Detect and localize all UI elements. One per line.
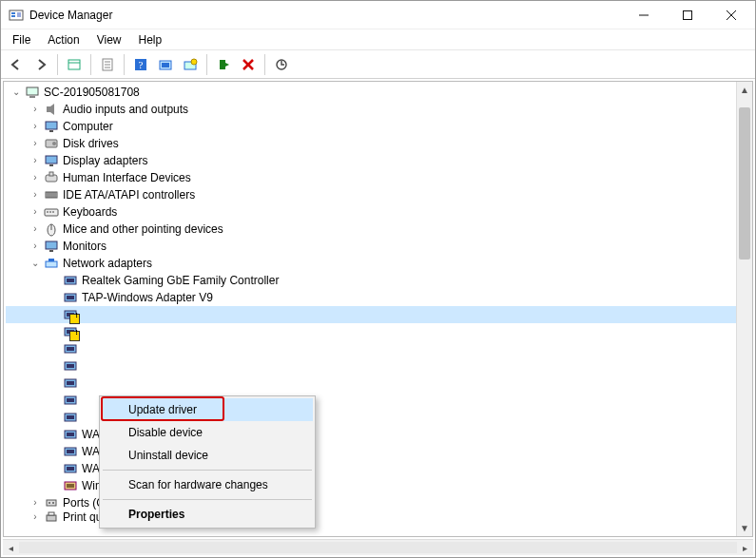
menu-view[interactable]: View [89,31,129,48]
svg-rect-49 [46,261,57,267]
nic-icon [63,410,78,425]
expand-icon[interactable]: › [29,188,42,202]
tree-device[interactable] [6,340,736,357]
expand-icon[interactable]: › [29,496,42,510]
expand-icon[interactable]: › [29,222,42,236]
scroll-thumb[interactable] [739,107,750,260]
svg-rect-50 [48,259,54,261]
context-menu-item[interactable]: Scan for hardware changes [102,473,313,496]
expand-icon[interactable]: › [29,205,42,219]
tree-device[interactable] [6,375,736,392]
svg-rect-54 [67,296,74,299]
toolbar-separator [124,54,125,75]
context-menu-item[interactable]: Update driver [102,398,313,421]
tree-category-display[interactable]: ›Display adapters [6,152,736,169]
tree-root[interactable]: ⌄SC-201905081708 [6,84,736,101]
tree-category-computer[interactable]: ›Computer [6,118,736,135]
nic-icon [63,307,78,322]
nic-icon [63,324,78,339]
nic-icon [63,358,78,374]
collapse-icon[interactable]: ⌄ [29,257,42,270]
tree-device[interactable] [6,357,736,375]
pc-icon [25,85,40,100]
tree-category-disk[interactable]: ›Disk drives [6,135,736,152]
menu-help[interactable]: Help [131,31,170,48]
scroll-track[interactable] [737,98,752,520]
toolbar-separator [206,54,207,75]
tree-row-label: Display adapters [63,152,147,169]
expand-icon[interactable]: › [29,120,42,133]
tree-row-label: Computer [63,118,113,135]
monitor-icon [44,153,59,168]
svg-rect-27 [46,122,57,129]
scroll-left-button[interactable]: ◂ [3,540,19,556]
tree-category-ide[interactable]: ›IDE ATA/ATAPI controllers [6,186,736,203]
context-menu-item[interactable]: Uninstall device [102,444,313,467]
scroll-thumb[interactable] [19,542,737,553]
scroll-right-button[interactable]: ▸ [737,540,753,556]
horizontal-scrollbar[interactable]: ◂ ▸ [3,539,753,555]
svg-rect-64 [67,381,74,385]
tree-device[interactable]: TAP-Windows Adapter V9 [6,289,736,306]
toolbar-scan-button[interactable] [179,53,202,76]
context-menu-item[interactable]: Properties [102,503,313,526]
tree-device[interactable]: Realtek Gaming GbE Family Controller [6,272,736,289]
svg-point-79 [52,502,54,504]
toolbar-forward-button[interactable] [29,53,52,76]
scroll-down-button[interactable]: ▼ [737,520,753,536]
tree-row-label: Monitors [63,238,107,255]
nic-icon [63,341,78,356]
monitor-icon [44,239,59,254]
tree-row-label: Network adapters [63,255,152,272]
menu-action[interactable]: Action [40,31,87,48]
expand-icon[interactable]: › [29,511,42,523]
svg-point-78 [48,502,50,504]
tree-device[interactable] [6,323,736,340]
toolbar-show-hidden-button[interactable] [63,53,86,76]
expand-icon[interactable]: › [29,137,42,150]
svg-rect-43 [49,211,51,213]
collapse-icon[interactable]: ⌄ [10,86,23,99]
svg-rect-5 [684,10,692,19]
toolbar-back-button[interactable] [5,53,28,76]
tree-category-keyboards[interactable]: ›Keyboards [6,203,736,221]
vertical-scrollbar[interactable]: ▲ ▼ [736,82,752,536]
tree-category-audio[interactable]: ›Audio inputs and outputs [6,101,736,118]
svg-rect-1 [11,12,15,14]
tree-category-hid[interactable]: ›Human Interface Devices [6,169,736,186]
toolbar-separator [57,54,58,75]
expand-icon[interactable]: › [29,240,42,253]
expand-icon[interactable]: › [29,154,42,167]
tree-scroll[interactable]: ⌄SC-201905081708›Audio inputs and output… [4,82,736,536]
expand-icon[interactable]: › [29,103,42,116]
port-icon [44,495,59,510]
svg-rect-56 [67,313,74,317]
toolbar-uninstall-button[interactable] [237,53,260,76]
close-button[interactable] [709,2,753,29]
svg-rect-8 [68,60,80,69]
toolbar-enable-button[interactable] [212,53,235,76]
minimize-button[interactable] [622,2,666,29]
scroll-up-button[interactable]: ▲ [737,82,753,98]
menu-file[interactable]: File [5,31,38,48]
svg-rect-34 [49,172,53,176]
titlebar: Device Manager [1,1,755,29]
scroll-track[interactable] [19,540,737,555]
toolbar-update-driver-button[interactable] [154,53,177,76]
tree-category-monitors[interactable]: ›Monitors [6,238,736,255]
maximize-button[interactable] [666,2,709,29]
svg-rect-76 [67,484,74,488]
toolbar-separator [264,54,265,75]
svg-rect-58 [67,330,74,334]
tree-category-network[interactable]: ⌄Network adapters [6,255,736,272]
svg-rect-20 [220,60,225,69]
tree-device[interactable] [6,306,736,323]
svg-rect-2 [11,15,15,17]
toolbar-properties-button[interactable] [96,53,119,76]
toolbar-scan-hardware-button[interactable] [270,53,293,76]
context-menu-item[interactable]: Disable device [102,421,313,444]
svg-text:?: ? [139,59,144,70]
expand-icon[interactable]: › [29,171,42,184]
tree-category-mice[interactable]: ›Mice and other pointing devices [6,221,736,238]
toolbar-help-button[interactable]: ? [129,53,152,76]
